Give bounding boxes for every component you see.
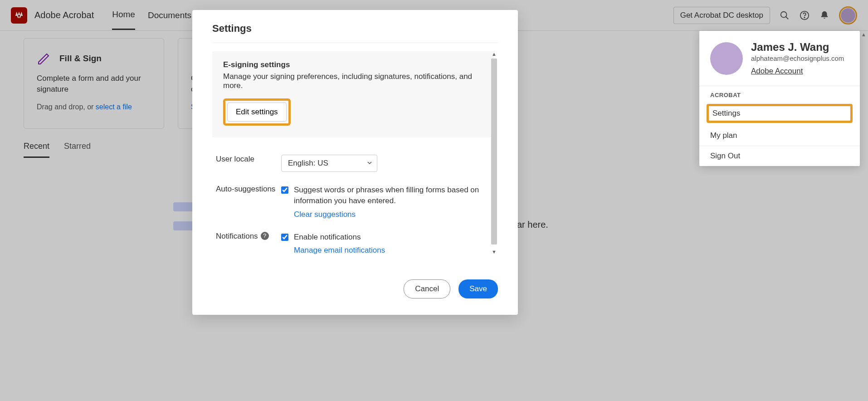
scroll-up-icon[interactable]: ▲	[492, 51, 497, 57]
locale-value: English: US	[288, 159, 328, 168]
account-settings-item[interactable]: Settings	[712, 109, 847, 118]
autosuggestions-row: Auto-suggestions Suggest words or phrase…	[212, 178, 494, 225]
account-name: James J. Wang	[751, 41, 849, 54]
account-info: James J. Wang alphateam@echosignplus.com…	[751, 41, 849, 76]
manage-email-notifications-link[interactable]: Manage email notifications	[294, 246, 385, 255]
esign-title: E-signing settings	[223, 60, 483, 69]
save-button[interactable]: Save	[458, 279, 498, 298]
help-tooltip-icon[interactable]: ?	[261, 232, 269, 240]
autosuggest-text: Suggest words or phrases when filling fo…	[294, 185, 491, 206]
modal-title: Settings	[212, 23, 498, 43]
account-email: alphateam@echosignplus.com	[751, 54, 849, 62]
account-dropdown: James J. Wang alphateam@echosignplus.com…	[699, 31, 860, 166]
user-locale-row: User locale English: US	[212, 148, 494, 178]
page-scroll-up-icon[interactable]: ▲	[861, 32, 866, 37]
settings-menu-highlight: Settings	[707, 104, 853, 123]
edit-settings-highlight: Edit settings	[223, 98, 291, 126]
settings-modal: Settings ▲ ▼ E-signing settings Manage y…	[192, 10, 518, 315]
modal-footer: Cancel Save	[212, 266, 498, 298]
notif-label-text: Notifications	[216, 232, 258, 241]
autosuggest-label: Auto-suggestions	[216, 185, 281, 219]
cancel-button[interactable]: Cancel	[404, 279, 450, 298]
account-signout-item[interactable]: Sign Out	[699, 146, 860, 166]
account-myplan-item[interactable]: My plan	[699, 126, 860, 146]
notifications-checkbox[interactable]	[281, 234, 288, 241]
notifications-row: Notifications ? Enable notifications Man…	[212, 225, 494, 257]
scrollbar-track[interactable]	[491, 59, 497, 245]
account-section-label: ACROBAT	[699, 86, 860, 101]
modal-body: ▲ ▼ E-signing settings Manage your signi…	[212, 51, 498, 266]
account-avatar	[710, 42, 743, 75]
esign-desc: Manage your signing preferences, includi…	[223, 72, 483, 90]
chevron-down-icon	[367, 159, 372, 168]
notifications-label: Notifications ?	[216, 232, 281, 255]
edit-settings-button[interactable]: Edit settings	[227, 103, 287, 122]
scroll-down-icon[interactable]: ▼	[492, 249, 497, 254]
autosuggest-checkbox[interactable]	[281, 186, 288, 194]
adobe-account-link[interactable]: Adobe Account	[751, 67, 803, 76]
scrollbar-thumb[interactable]	[491, 59, 497, 245]
account-header: James J. Wang alphateam@echosignplus.com…	[699, 31, 860, 86]
user-locale-select[interactable]: English: US	[281, 155, 377, 172]
esigning-settings-section: E-signing settings Manage your signing p…	[212, 51, 494, 137]
settings-scroll-region[interactable]: E-signing settings Manage your signing p…	[212, 51, 498, 257]
notifications-text: Enable notifications	[294, 232, 491, 243]
user-locale-label: User locale	[216, 155, 281, 172]
clear-suggestions-link[interactable]: Clear suggestions	[294, 210, 356, 219]
